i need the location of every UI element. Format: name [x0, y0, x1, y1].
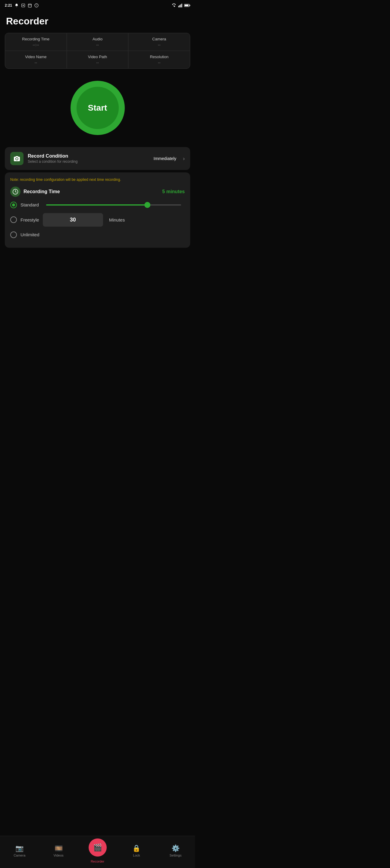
svg-line-16 — [16, 192, 16, 192]
video-name-cell[interactable]: Video Name -- — [5, 51, 67, 68]
header: Recorder — [0, 11, 195, 30]
standard-radio[interactable] — [10, 202, 17, 208]
audio-value: -- — [70, 42, 125, 47]
svg-point-6 — [36, 6, 36, 6]
svg-rect-2 — [28, 4, 32, 7]
recording-time-section-value: 5 minutes — [162, 189, 185, 194]
alert-icon — [34, 3, 38, 7]
start-button[interactable]: Start — [70, 81, 125, 135]
clock-icon — [12, 189, 19, 195]
condition-value: Immediately — [154, 156, 176, 161]
svg-rect-7 — [178, 6, 179, 7]
condition-text: Record Condition Select a condition for … — [28, 153, 149, 164]
resolution-cell[interactable]: Resolution -- — [128, 51, 190, 68]
camera-value: -- — [131, 42, 187, 47]
signal-icon — [178, 3, 182, 7]
unlimited-option[interactable]: Unlimited — [10, 231, 185, 238]
start-label: Start — [88, 103, 107, 113]
clock-icon-wrap — [10, 187, 21, 197]
freestyle-option[interactable]: Freestyle 30 Minutes — [10, 213, 185, 227]
svg-rect-8 — [179, 5, 180, 7]
standard-slider-fill — [46, 204, 147, 206]
battery-icon — [184, 4, 190, 7]
notification-icon — [14, 3, 19, 7]
standard-slider-track[interactable] — [46, 204, 181, 206]
start-container: Start — [0, 71, 195, 145]
recording-time-section: Note: recording time configuration will … — [5, 173, 190, 248]
recording-time-label: Recording Time — [8, 37, 64, 41]
time-display: 2:21 — [5, 3, 12, 7]
svg-point-1 — [23, 5, 24, 6]
camera-icon — [13, 156, 21, 161]
status-icons — [172, 3, 190, 7]
recording-time-cell[interactable]: Recording Time --:-- — [5, 33, 67, 51]
video-path-value: -- — [70, 60, 125, 65]
condition-title: Record Condition — [28, 153, 149, 159]
standard-radio-dot — [12, 204, 15, 207]
recording-time-section-label: Recording Time — [24, 189, 159, 194]
video-path-label: Video Path — [70, 55, 125, 59]
recording-time-header: Recording Time 5 minutes — [10, 187, 185, 197]
calendar-icon — [28, 3, 32, 7]
svg-rect-13 — [189, 5, 190, 6]
recording-note: Note: recording time configuration will … — [10, 177, 185, 182]
standard-option[interactable]: Standard — [10, 202, 185, 208]
freestyle-label: Freestyle — [21, 217, 39, 222]
svg-rect-12 — [184, 4, 188, 6]
freestyle-input[interactable]: 30 — [43, 213, 103, 227]
chevron-right-icon: › — [183, 156, 185, 162]
start-inner: Start — [77, 87, 119, 129]
resolution-value: -- — [131, 60, 187, 65]
standard-slider-thumb[interactable] — [144, 202, 150, 208]
unlimited-label: Unlimited — [21, 232, 39, 237]
info-grid: Recording Time --:-- Audio -- Camera -- … — [5, 33, 190, 69]
unlimited-radio[interactable] — [10, 231, 17, 238]
info-row-1: Recording Time --:-- Audio -- Camera -- — [5, 33, 190, 51]
svg-rect-10 — [181, 4, 182, 7]
condition-subtitle: Select a condition for recording — [28, 159, 149, 164]
resolution-label: Resolution — [131, 55, 187, 59]
status-bar: 2:21 — [0, 0, 195, 11]
recording-time-value: --:-- — [8, 42, 64, 47]
video-name-label: Video Name — [8, 55, 64, 59]
condition-icon-wrap — [10, 152, 24, 165]
camera-label: Camera — [131, 37, 187, 41]
freestyle-radio[interactable] — [10, 216, 17, 223]
status-time: 2:21 — [5, 3, 38, 7]
audio-label: Audio — [70, 37, 125, 41]
record-condition-card[interactable]: Record Condition Select a condition for … — [5, 147, 190, 170]
video-name-value: -- — [8, 60, 64, 65]
camera-cell[interactable]: Camera -- — [128, 33, 190, 51]
info-row-2: Video Name -- Video Path -- Resolution -… — [5, 51, 190, 68]
standard-label: Standard — [21, 202, 39, 207]
screenshot-icon — [21, 3, 25, 7]
audio-cell[interactable]: Audio -- — [67, 33, 129, 51]
video-path-cell[interactable]: Video Path -- — [67, 51, 129, 68]
page-title: Recorder — [6, 16, 189, 27]
freestyle-unit: Minutes — [109, 217, 125, 222]
svg-rect-9 — [181, 4, 181, 7]
wifi-icon — [172, 3, 176, 7]
